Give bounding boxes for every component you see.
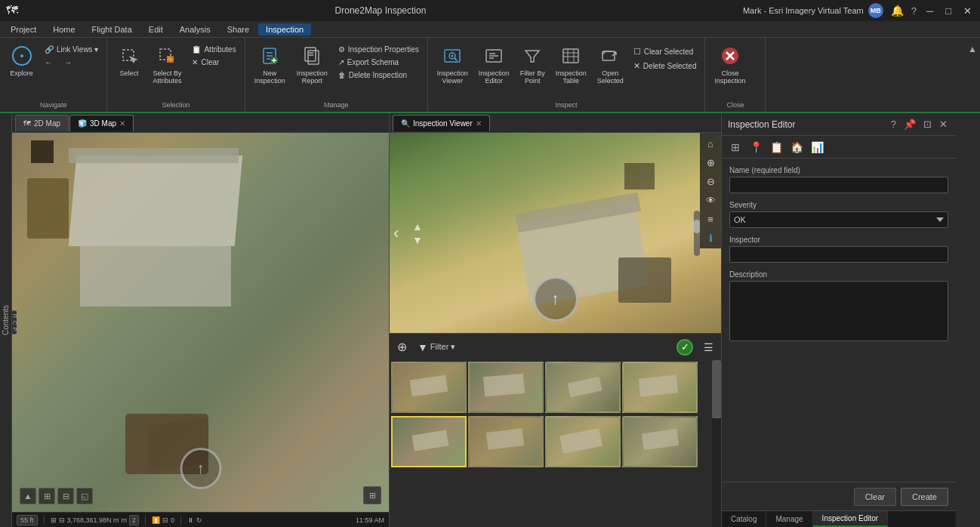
ebt-catalog[interactable]: Catalog <box>722 511 766 527</box>
scale-selector[interactable]: 55 ft <box>17 515 38 525</box>
delete-selected-button[interactable]: ✕ Delete Selected <box>630 60 701 72</box>
delete-inspection-button[interactable]: 🗑 Delete Inspection <box>334 69 423 81</box>
refresh-btn[interactable]: ↻ <box>196 516 202 524</box>
thumbnail-1[interactable] <box>391 362 467 413</box>
back-button[interactable]: ← <box>41 57 59 68</box>
editor-pin-btn[interactable]: 📌 <box>901 117 918 131</box>
tab-3d-map[interactable]: 🧊 3D Map ✕ <box>69 115 134 131</box>
editor-help-btn[interactable]: ? <box>889 117 898 131</box>
ebt-manage[interactable]: Manage <box>766 511 812 527</box>
open-selected-button[interactable]: OpenSelected <box>593 41 628 88</box>
inspection-editor-button[interactable]: InspectionEditor <box>474 41 514 88</box>
grid-btn[interactable]: ⊟ <box>59 516 65 524</box>
select-by-attributes-button[interactable]: Select ByAttributes <box>148 41 186 88</box>
tab-3d-close[interactable]: ✕ <box>119 119 125 128</box>
select-button[interactable]: Select <box>112 41 146 80</box>
thumb-row-2 <box>390 415 721 469</box>
status-divider-3 <box>180 516 181 525</box>
viewer-zoom-out-btn[interactable]: ⊖ <box>701 172 720 190</box>
severity-select[interactable]: OK Low Medium High Critical <box>729 211 948 228</box>
viewer-tab-close[interactable]: ✕ <box>476 119 482 128</box>
etb-pin-btn[interactable]: 📍 <box>747 138 765 156</box>
menu-flight-data[interactable]: Flight Data <box>85 23 140 35</box>
menu-edit[interactable]: Edit <box>141 23 171 35</box>
viewer-circle-nav[interactable]: ↑ <box>533 276 578 322</box>
viewer-filter-btn[interactable]: ▼ Filter ▾ <box>414 340 458 355</box>
forward-button[interactable]: → <box>60 57 79 68</box>
viewer-down-btn[interactable]: ▼ <box>412 234 423 246</box>
thumb-scroll-handle[interactable] <box>712 360 721 418</box>
zoom-in-btn[interactable]: ⏫ <box>152 516 160 524</box>
link-views-button[interactable]: 🔗 Link Views ▾ <box>41 44 102 55</box>
filter-by-point-button[interactable]: Filter ByPoint <box>516 41 550 88</box>
ebt-inspection-editor[interactable]: Inspection Editor <box>813 511 889 527</box>
viewer-check-btn[interactable]: ✓ <box>676 339 693 356</box>
viewer-layers-btn[interactable]: ≡ <box>701 210 720 228</box>
viewer-eye-btn[interactable]: 👁 <box>701 191 720 209</box>
explore-button[interactable]: Explore <box>5 41 39 80</box>
viewer-info-btn[interactable]: ℹ <box>701 229 720 247</box>
export-schema-button[interactable]: ↗ Export Schema <box>334 57 423 68</box>
thumbnail-3[interactable] <box>545 362 621 413</box>
viewer-zoom-in-btn[interactable]: ⊕ <box>701 153 720 171</box>
viewer-prev-btn[interactable]: ‹ <box>393 223 399 243</box>
clear-selection-button[interactable]: ✕ Clear <box>188 57 239 68</box>
ribbon-collapse-button[interactable]: ▲ <box>965 41 980 57</box>
time-display: 11:59 AM <box>356 516 384 524</box>
etb-list-btn[interactable]: 📋 <box>767 138 785 156</box>
map-view[interactable]: ↑ ▲ ⊞ ⊟ ◱ ⊞ R C P <box>12 133 389 512</box>
minimize-button[interactable]: ─ <box>924 5 935 17</box>
attributes-button[interactable]: 📋 Attributes <box>188 44 239 55</box>
menu-analysis[interactable]: Analysis <box>172 23 218 35</box>
map-ctrl-grid[interactable]: ⊟ <box>57 488 74 504</box>
description-textarea[interactable] <box>729 281 948 341</box>
inspection-report-button[interactable]: InspectionReport <box>292 41 332 88</box>
close-button[interactable]: ✕ <box>961 5 974 17</box>
viewer-magnify-btn[interactable]: ⊕ <box>394 338 410 356</box>
clear-button[interactable]: Clear <box>854 488 896 506</box>
user-avatar[interactable]: MB <box>868 3 883 18</box>
inspector-input[interactable] <box>729 246 948 263</box>
editor-dock-btn[interactable]: ⊡ <box>921 117 934 131</box>
new-inspection-button[interactable]: NewInspection <box>250 41 290 88</box>
thumbnail-2[interactable] <box>468 362 544 413</box>
map-bottom-right-btn[interactable]: ⊞ <box>363 486 381 504</box>
etb-grid-btn[interactable]: ⊞ <box>726 138 744 156</box>
maximize-button[interactable]: □ <box>943 5 954 17</box>
menu-project[interactable]: Project <box>3 23 44 35</box>
create-button[interactable]: Create <box>901 488 948 506</box>
viewer-scroll-handle[interactable] <box>694 220 700 233</box>
tab-inspection-viewer[interactable]: 🔍 Inspection Viewer ✕ <box>393 115 490 131</box>
help-icon[interactable]: ? <box>911 5 917 17</box>
thumbnail-8[interactable] <box>622 416 698 467</box>
thumbnail-6[interactable] <box>468 416 544 467</box>
map-ctrl-up[interactable]: ▲ <box>20 488 36 504</box>
etb-chart-btn[interactable]: 📊 <box>808 138 826 156</box>
inspection-table-button[interactable]: InspectionTable <box>551 41 591 88</box>
close-inspection-button[interactable]: CloseInspection <box>710 41 750 88</box>
viewer-up-btn[interactable]: ▲ <box>412 220 423 233</box>
menu-share[interactable]: Share <box>220 23 257 35</box>
viewer-home-btn[interactable]: ⌂ <box>701 134 720 153</box>
svg-point-18 <box>451 55 454 57</box>
play-btn[interactable]: ⏸ <box>187 516 194 524</box>
inspection-properties-button[interactable]: ⚙ Inspection Properties <box>334 44 423 55</box>
thumbnail-5[interactable] <box>391 416 467 467</box>
map-ctrl-layers[interactable]: ◱ <box>76 488 93 504</box>
inspection-viewer-button[interactable]: InspectionViewer <box>433 41 473 88</box>
map-ctrl-expand[interactable]: ⊞ <box>39 488 55 504</box>
thumbnail-7[interactable] <box>545 416 621 467</box>
notification-icon[interactable]: 🔔 <box>891 5 904 17</box>
etb-house-btn[interactable]: 🏠 <box>787 138 806 156</box>
building-shape-1 <box>69 156 242 246</box>
clear-selected-button[interactable]: ☐ Clear Selected <box>630 45 701 58</box>
map-nav-circle[interactable]: ↑ <box>180 448 221 489</box>
menu-home[interactable]: Home <box>45 23 82 35</box>
name-input[interactable] <box>729 177 948 193</box>
menu-inspection[interactable]: Inspection <box>258 23 311 35</box>
delete-insp-label: Delete Inspection <box>349 71 407 79</box>
editor-close-btn[interactable]: ✕ <box>937 117 950 131</box>
thumbnail-4[interactable] <box>622 362 698 413</box>
tab-2d-map[interactable]: 🗺 2D Map <box>15 115 69 131</box>
viewer-list-btn[interactable]: ☰ <box>701 340 717 355</box>
